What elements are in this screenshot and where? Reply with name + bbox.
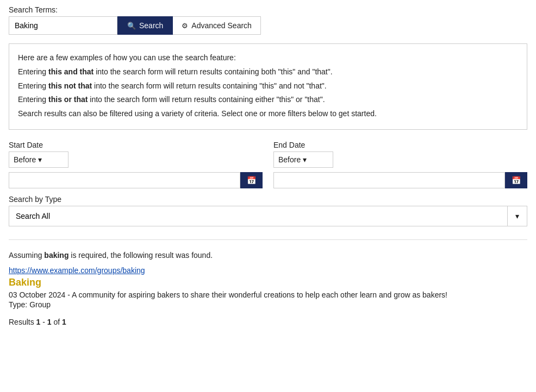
chevron-down-icon (38, 155, 42, 164)
info-line-1: Here are a few examples of how you can u… (18, 52, 518, 65)
search-type-select-wrap: Search All Groups Users Posts Events ▾ (9, 206, 527, 226)
search-terms-label: Search Terms: (9, 5, 527, 14)
search-input[interactable] (9, 16, 117, 35)
pagination-info: Results 1 - 1 of 1 (9, 318, 527, 326)
start-date-group: Start Date Before (9, 141, 263, 188)
chevron-down-icon (303, 155, 307, 164)
info-line-2: Entering this and that into the search f… (18, 66, 518, 79)
result-type: Type: Group (9, 300, 527, 309)
search-type-select[interactable]: Search All Groups Users Posts Events (9, 206, 507, 226)
start-date-input[interactable] (9, 172, 240, 188)
result-title[interactable]: Baking (9, 277, 527, 288)
end-date-controls: Before (273, 151, 527, 168)
info-line-3: Entering this not that into the search f… (18, 80, 518, 93)
end-date-group: End Date Before (273, 141, 527, 188)
search-type-section: Search by Type Search All Groups Users P… (9, 195, 527, 226)
advanced-search-button[interactable]: Advanced Search (173, 16, 261, 35)
search-row: Search Advanced Search (9, 16, 527, 35)
info-box: Here are a few examples of how you can u… (9, 43, 527, 130)
calendar-icon (247, 175, 256, 185)
end-date-input-wrap (273, 172, 527, 188)
info-line-4: Entering this or that into the search fo… (18, 93, 518, 106)
search-type-label: Search by Type (9, 195, 527, 204)
start-date-before-select[interactable]: Before (9, 151, 68, 168)
end-date-calendar-button[interactable] (505, 172, 527, 188)
calendar-icon (512, 175, 521, 185)
settings-icon (182, 21, 188, 30)
search-button[interactable]: Search (117, 16, 173, 35)
start-date-input-wrap (9, 172, 263, 188)
date-filter-row: Start Date Before End Date Before (9, 141, 527, 188)
start-date-calendar-button[interactable] (240, 172, 263, 188)
start-date-controls: Before (9, 151, 263, 168)
divider (9, 239, 527, 240)
search-icon (127, 21, 136, 30)
info-line-5: Search results can also be filtered usin… (18, 108, 518, 121)
end-date-label: End Date (273, 141, 527, 149)
start-date-label: Start Date (9, 141, 263, 149)
result-meta: 03 October 2024 - A community for aspiri… (9, 290, 527, 299)
end-date-before-select[interactable]: Before (273, 151, 333, 168)
end-date-input[interactable] (273, 172, 505, 188)
result-summary: Assuming baking is required, the followi… (9, 251, 527, 260)
result-url[interactable]: https://www.example.com/groups/baking (9, 266, 527, 275)
select-chevron-icon: ▾ (507, 206, 527, 226)
